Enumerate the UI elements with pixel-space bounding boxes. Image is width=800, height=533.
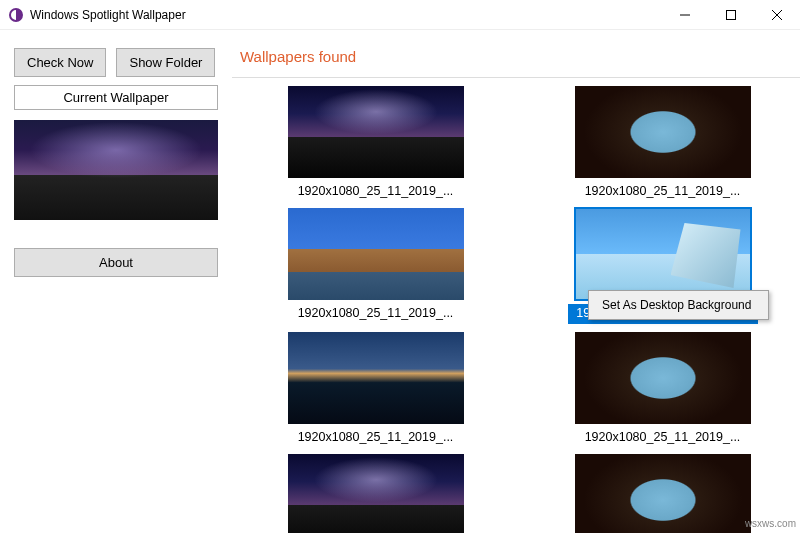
show-folder-button[interactable]: Show Folder bbox=[116, 48, 215, 77]
wallpaper-item[interactable] bbox=[240, 454, 511, 533]
wallpaper-filename: 1920x1080_25_11_2019_... bbox=[281, 182, 471, 200]
wallpaper-item[interactable]: 1920x1080_25_11_2019_... bbox=[240, 208, 511, 324]
content: Check Now Show Folder Current Wallpaper … bbox=[0, 30, 800, 533]
maximize-button[interactable] bbox=[708, 0, 754, 30]
wallpaper-filename: 1920x1080_25_11_2019_... bbox=[568, 182, 758, 200]
wallpaper-item[interactable]: 1920x1080_25_11_2019_... bbox=[240, 332, 511, 446]
wallpaper-thumbnail[interactable] bbox=[288, 208, 464, 300]
app-icon bbox=[8, 7, 24, 23]
sidebar: Check Now Show Folder Current Wallpaper … bbox=[0, 30, 232, 533]
main-panel: Wallpapers found 1920x1080_25_11_2019_..… bbox=[232, 30, 800, 533]
svg-rect-2 bbox=[727, 10, 736, 19]
context-menu: Set As Desktop Background bbox=[588, 290, 769, 320]
about-button[interactable]: About bbox=[14, 248, 218, 277]
wallpaper-filename: 1920x1080_25_11_2019_... bbox=[568, 428, 758, 446]
wallpaper-thumbnail[interactable] bbox=[288, 86, 464, 178]
close-button[interactable] bbox=[754, 0, 800, 30]
wallpaper-thumbnail[interactable] bbox=[575, 454, 751, 533]
wallpaper-item[interactable]: 1920x1080_25_11_2019_... bbox=[527, 86, 798, 200]
wallpapers-found-heading: Wallpapers found bbox=[232, 48, 800, 65]
current-wallpaper-preview bbox=[14, 120, 218, 220]
watermark: wsxws.com bbox=[745, 518, 796, 529]
wallpaper-thumbnail[interactable] bbox=[288, 454, 464, 533]
titlebar: Windows Spotlight Wallpaper bbox=[0, 0, 800, 30]
set-as-desktop-background-item[interactable]: Set As Desktop Background bbox=[590, 294, 767, 316]
minimize-button[interactable] bbox=[662, 0, 708, 30]
check-now-button[interactable]: Check Now bbox=[14, 48, 106, 77]
wallpaper-thumbnail[interactable] bbox=[575, 208, 751, 300]
wallpaper-filename: 1920x1080_25_11_2019_... bbox=[281, 428, 471, 446]
window-title: Windows Spotlight Wallpaper bbox=[30, 8, 662, 22]
wallpaper-filename: 1920x1080_25_11_2019_... bbox=[281, 304, 471, 322]
wallpaper-item[interactable]: 1920x1080_25_11_2019_... bbox=[527, 332, 798, 446]
wallpaper-item[interactable]: 1920x1080_25_11_2019_... bbox=[240, 86, 511, 200]
wallpaper-thumbnail[interactable] bbox=[575, 86, 751, 178]
wallpaper-thumbnail[interactable] bbox=[288, 332, 464, 424]
wallpaper-thumbnail[interactable] bbox=[575, 332, 751, 424]
current-wallpaper-button[interactable]: Current Wallpaper bbox=[14, 85, 218, 110]
